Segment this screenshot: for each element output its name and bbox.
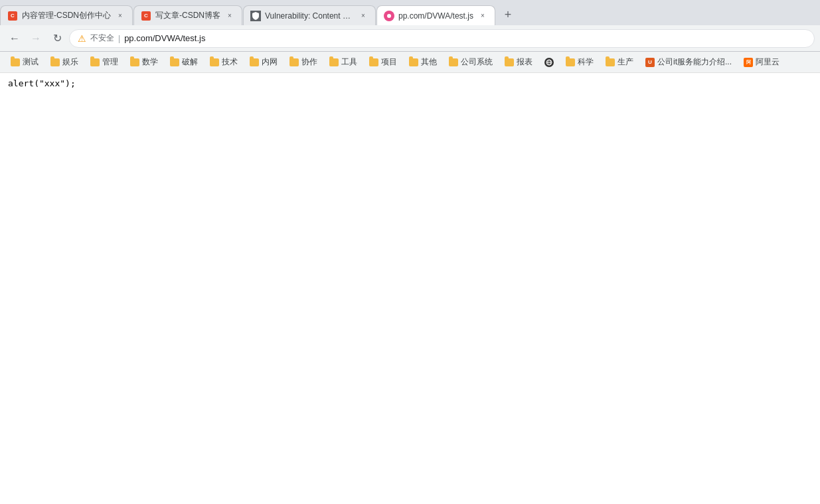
folder-icon-manage — [90, 58, 100, 66]
bookmark-report[interactable]: 报表 — [499, 54, 538, 70]
bookmark-label-aliyun: 阿里云 — [756, 56, 779, 68]
tab-close-csdn-content[interactable]: × — [115, 11, 125, 21]
insecure-label: 不安全 — [90, 33, 114, 44]
bookmark-label-tools: 工具 — [341, 56, 357, 68]
bookmark-collab[interactable]: 协作 — [284, 54, 323, 70]
folder-icon-tools — [329, 58, 339, 66]
bookmark-label-math: 数学 — [142, 56, 158, 68]
bookmark-company-it[interactable]: U 公司it服务能力介绍... — [640, 54, 737, 70]
bookmark-production[interactable]: 生产 — [600, 54, 639, 70]
tab-favicon-csdn-content: C — [7, 11, 18, 21]
bookmark-aliyun[interactable]: 阿 阿里云 — [738, 54, 785, 70]
folder-icon-collab — [289, 58, 299, 66]
page-content: alert("xxx"); — [0, 73, 820, 504]
folder-icon-company-sys — [449, 58, 458, 66]
tab-title-csdn-content: 内容管理-CSDN创作中心 — [22, 10, 111, 21]
bookmark-manage[interactable]: 管理 — [85, 54, 123, 70]
folder-icon-production — [606, 58, 615, 66]
folder-icon-tech — [210, 58, 219, 66]
tab-close-vulnerability[interactable]: × — [358, 11, 369, 21]
bookmark-label-project: 项目 — [381, 56, 397, 68]
bookmark-label-intranet: 内网 — [262, 56, 278, 68]
bookmark-other[interactable]: 其他 — [404, 54, 442, 70]
bookmark-tools[interactable]: 工具 — [324, 54, 363, 70]
url-separator: | — [118, 34, 120, 43]
bookmarks-bar: 测试 娱乐 管理 数学 破解 技术 内网 协作 — [0, 52, 820, 73]
bookmark-intranet[interactable]: 内网 — [244, 54, 283, 70]
bookmark-test[interactable]: 测试 — [5, 54, 44, 70]
svg-point-0 — [387, 14, 391, 18]
folder-icon-report — [505, 58, 514, 66]
bookmark-label-science2: 科学 — [578, 56, 594, 68]
bookmark-label-company-it: 公司it服务能力介绍... — [657, 56, 732, 68]
bookmark-label-other: 其他 — [421, 56, 437, 68]
bookmark-label-production: 生产 — [617, 56, 633, 68]
csdn-icon-company: U — [645, 58, 655, 67]
shield-icon — [250, 11, 261, 21]
nav-bar: ← → ↻ ⚠ 不安全 | pp.com/DVWA/test.js — [0, 25, 820, 52]
reload-button[interactable]: ↻ — [48, 29, 66, 48]
tab-title-dvwa: pp.com/DVWA/test.js — [398, 11, 473, 21]
folder-icon-math — [130, 58, 139, 66]
bookmark-label-entertainment: 娱乐 — [62, 56, 78, 68]
bookmark-tech[interactable]: 技术 — [205, 54, 243, 70]
folder-icon-entertainment — [50, 58, 60, 66]
bookmark-entertainment[interactable]: 娱乐 — [45, 54, 84, 70]
url-text: pp.com/DVWA/test.js — [124, 33, 205, 43]
bookmark-science2[interactable]: 科学 — [560, 54, 599, 70]
tab-bar: C 内容管理-CSDN创作中心 × C 写文章-CSDN博客 × Vulnera… — [0, 0, 820, 25]
tab-title-vulnerability: Vulnerability: Content Security... — [265, 11, 354, 21]
folder-icon-crack — [170, 58, 179, 66]
tab-dvwa[interactable]: pp.com/DVWA/test.js × — [376, 5, 495, 25]
tab-favicon-dvwa — [384, 11, 394, 21]
bookmark-crack[interactable]: 破解 — [165, 54, 203, 70]
bookmark-company-sys[interactable]: 公司系统 — [444, 54, 498, 70]
aliyun-icon: 阿 — [744, 58, 753, 67]
tab-favicon-csdn-write: C — [141, 11, 151, 21]
folder-icon-intranet — [250, 58, 259, 66]
browser-chrome: C 内容管理-CSDN创作中心 × C 写文章-CSDN博客 × Vulnera… — [0, 0, 820, 73]
folder-icon-project — [369, 58, 378, 66]
csdn-icon-write: C — [141, 11, 151, 21]
tab-vulnerability[interactable]: Vulnerability: Content Security... × — [243, 5, 376, 25]
bookmark-label-company-sys: 公司系统 — [461, 56, 493, 68]
back-button[interactable]: ← — [5, 29, 24, 48]
folder-icon-science2 — [566, 58, 575, 66]
address-bar[interactable]: ⚠ 不安全 | pp.com/DVWA/test.js — [69, 29, 815, 48]
page-code-content: alert("xxx"); — [8, 78, 76, 88]
csdn-icon: C — [8, 11, 17, 21]
tab-close-csdn-write[interactable]: × — [224, 11, 235, 21]
bookmark-label-tech: 技术 — [222, 56, 238, 68]
bookmark-label-report: 报表 — [517, 56, 533, 68]
bookmark-project[interactable]: 项目 — [364, 54, 402, 70]
bookmark-globe-science[interactable] — [539, 55, 559, 70]
warning-icon: ⚠ — [78, 33, 86, 44]
bookmark-label-test: 测试 — [23, 56, 39, 68]
tab-csdn-content[interactable]: C 内容管理-CSDN创作中心 × — [0, 5, 133, 25]
bookmark-math[interactable]: 数学 — [125, 54, 163, 70]
bookmark-label-collab: 协作 — [301, 56, 317, 68]
globe-icon — [544, 58, 554, 67]
tab-csdn-write[interactable]: C 写文章-CSDN博客 × — [133, 5, 242, 25]
new-tab-button[interactable]: + — [499, 5, 517, 24]
forward-button[interactable]: → — [27, 29, 45, 48]
tab-close-dvwa[interactable]: × — [477, 11, 488, 21]
bookmark-label-manage: 管理 — [102, 56, 118, 68]
folder-icon-other — [409, 58, 418, 66]
tab-title-csdn-write: 写文章-CSDN博客 — [155, 10, 220, 21]
folder-icon-test — [11, 58, 20, 66]
bookmark-label-crack: 破解 — [182, 56, 198, 68]
tab-favicon-vulnerability — [250, 11, 261, 21]
dvwa-icon — [384, 11, 394, 21]
